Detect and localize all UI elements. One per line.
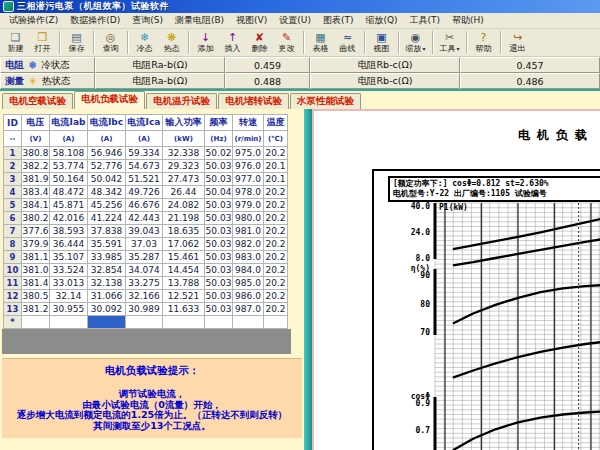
- toolbar-cold-state-button[interactable]: ❄冷态: [131, 30, 158, 56]
- toolbar-tools-button[interactable]: ✂工具▾: [436, 30, 463, 56]
- row-id-cell[interactable]: 1: [4, 147, 22, 160]
- menu-item[interactable]: 图表(T): [317, 13, 360, 28]
- data-cell[interactable]: 20.2: [264, 147, 288, 160]
- data-cell[interactable]: 52.776: [88, 160, 126, 173]
- toolbar-hot-state-button[interactable]: ❋热态: [158, 30, 185, 56]
- data-cell[interactable]: 380.5: [22, 290, 50, 303]
- data-cell[interactable]: 20.1: [264, 173, 288, 186]
- data-cell[interactable]: 50.03: [205, 160, 233, 173]
- data-cell[interactable]: 20.2: [264, 290, 288, 303]
- app-icon[interactable]: [3, 1, 14, 12]
- data-cell[interactable]: 14.454: [163, 264, 205, 277]
- row-id-cell[interactable]: 7: [4, 225, 22, 238]
- data-cell[interactable]: 32.138: [88, 277, 126, 290]
- tab-电机负载试验[interactable]: 电机负载试验: [74, 91, 145, 109]
- toolbar-curve-button[interactable]: ≈曲线: [334, 30, 361, 56]
- data-cell[interactable]: 20.2: [264, 251, 288, 264]
- data-cell[interactable]: 32.854: [88, 264, 126, 277]
- toolbar-view-button[interactable]: ▣视图: [368, 30, 395, 56]
- data-cell[interactable]: 59.334: [126, 147, 163, 160]
- data-cell[interactable]: 24.082: [163, 199, 205, 212]
- menu-item[interactable]: 帮助(H): [446, 13, 490, 28]
- data-cell[interactable]: 50.03: [205, 238, 233, 251]
- data-cell[interactable]: 32.166: [126, 290, 163, 303]
- row-id-cell[interactable]: 9: [4, 251, 22, 264]
- data-cell[interactable]: 984.0: [233, 264, 264, 277]
- empty-cell[interactable]: [163, 316, 205, 329]
- row-id-cell[interactable]: 3: [4, 173, 22, 186]
- tab-水泵性能试验[interactable]: 水泵性能试验: [290, 93, 361, 109]
- data-cell[interactable]: 377.6: [22, 225, 50, 238]
- data-cell[interactable]: 50.02: [205, 147, 233, 160]
- empty-cell[interactable]: [264, 316, 288, 329]
- toolbar-open-folder-button[interactable]: ❒打开: [29, 30, 56, 56]
- menu-item[interactable]: 视图(V): [230, 13, 273, 28]
- data-cell[interactable]: 34.074: [126, 264, 163, 277]
- chevron-down-icon[interactable]: ▾: [422, 45, 425, 52]
- data-cell[interactable]: 42.016: [50, 212, 88, 225]
- data-cell[interactable]: 17.062: [163, 238, 205, 251]
- data-cell[interactable]: 41.224: [88, 212, 126, 225]
- row-id-cell[interactable]: 6: [4, 212, 22, 225]
- data-cell[interactable]: 38.593: [50, 225, 88, 238]
- data-cell[interactable]: 979.0: [233, 199, 264, 212]
- data-cell[interactable]: 35.107: [50, 251, 88, 264]
- empty-cell[interactable]: [50, 316, 88, 329]
- toolbar-edit-pencil-button[interactable]: ✎更改: [273, 30, 300, 56]
- data-cell[interactable]: 30.092: [88, 303, 126, 316]
- data-cell[interactable]: 50.164: [50, 173, 88, 186]
- menu-item[interactable]: 设置(U): [273, 13, 317, 28]
- data-cell[interactable]: 27.473: [163, 173, 205, 186]
- data-cell[interactable]: 30.955: [50, 303, 88, 316]
- data-cell[interactable]: 37.838: [88, 225, 126, 238]
- data-cell[interactable]: 978.0: [233, 186, 264, 199]
- data-cell[interactable]: 42.443: [126, 212, 163, 225]
- row-id-cell[interactable]: 8: [4, 238, 22, 251]
- row-id-cell[interactable]: 5: [4, 199, 22, 212]
- data-cell[interactable]: 13.788: [163, 277, 205, 290]
- new-row-marker-cell[interactable]: *: [4, 316, 22, 329]
- data-cell[interactable]: 20.2: [264, 264, 288, 277]
- data-cell[interactable]: 33.013: [50, 277, 88, 290]
- data-cell[interactable]: 381.0: [22, 264, 50, 277]
- data-cell[interactable]: 46.676: [126, 199, 163, 212]
- selected-cell[interactable]: [88, 316, 126, 329]
- row-id-cell[interactable]: 13: [4, 303, 22, 316]
- data-cell[interactable]: 381.2: [22, 303, 50, 316]
- state-button[interactable]: 冷状态: [41, 59, 70, 72]
- toolbar-exit-button[interactable]: ↪退出: [504, 30, 531, 56]
- data-cell[interactable]: 382.2: [22, 160, 50, 173]
- data-cell[interactable]: 50.042: [88, 173, 126, 186]
- data-cell[interactable]: 20.1: [264, 160, 288, 173]
- data-cell[interactable]: 20.2: [264, 186, 288, 199]
- toolbar-add-row-button[interactable]: ↓添加: [192, 30, 219, 56]
- data-cell[interactable]: 983.0: [233, 251, 264, 264]
- panel-splitter[interactable]: [304, 109, 312, 450]
- data-cell[interactable]: 29.323: [163, 160, 205, 173]
- state-button[interactable]: 热状态: [42, 75, 71, 88]
- toolbar-zoom-button[interactable]: ◉缩放▾: [402, 30, 429, 56]
- data-cell[interactable]: 20.2: [264, 277, 288, 290]
- data-cell[interactable]: 51.521: [126, 173, 163, 186]
- data-cell[interactable]: 33.524: [50, 264, 88, 277]
- row-id-cell[interactable]: 12: [4, 290, 22, 303]
- data-cell[interactable]: 976.0: [233, 160, 264, 173]
- data-cell[interactable]: 21.198: [163, 212, 205, 225]
- data-cell[interactable]: 35.287: [126, 251, 163, 264]
- data-cell[interactable]: 20.2: [264, 199, 288, 212]
- data-cell[interactable]: 30.989: [126, 303, 163, 316]
- data-cell[interactable]: 50.03: [205, 199, 233, 212]
- data-cell[interactable]: 45.256: [88, 199, 126, 212]
- data-cell[interactable]: 383.4: [22, 186, 50, 199]
- data-cell[interactable]: 49.726: [126, 186, 163, 199]
- data-cell[interactable]: 48.342: [88, 186, 126, 199]
- menu-item[interactable]: 工具(T): [404, 13, 447, 28]
- data-cell[interactable]: 381.1: [22, 251, 50, 264]
- data-cell[interactable]: 48.472: [50, 186, 88, 199]
- data-cell[interactable]: 985.0: [233, 277, 264, 290]
- data-cell[interactable]: 20.2: [264, 225, 288, 238]
- data-cell[interactable]: 18.635: [163, 225, 205, 238]
- data-cell[interactable]: 33.985: [88, 251, 126, 264]
- tab-电机堵转试验[interactable]: 电机堵转试验: [218, 93, 289, 109]
- data-cell[interactable]: 33.275: [126, 277, 163, 290]
